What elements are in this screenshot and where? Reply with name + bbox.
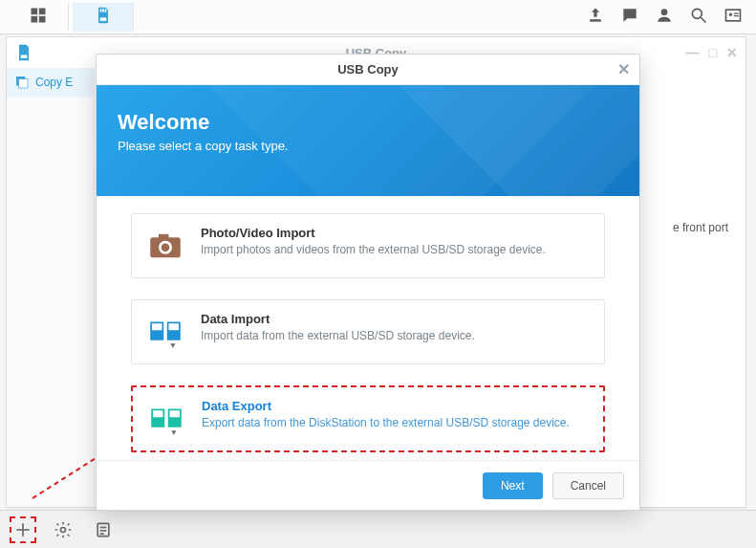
choice-photo-video-import[interactable]: Photo/Video Import Import photos and vid… (131, 213, 605, 278)
svg-rect-16 (21, 55, 28, 58)
svg-point-10 (692, 9, 702, 18)
maximize-button[interactable]: □ (709, 45, 717, 60)
sidebar-item-label: Copy E (35, 76, 73, 89)
upload-icon[interactable] (586, 6, 605, 29)
search-icon[interactable] (689, 6, 708, 29)
minimize-button[interactable]: — (686, 45, 700, 60)
apps-icon (29, 6, 48, 29)
choice-title: Photo/Video Import (201, 226, 591, 240)
hero-heading: Welcome (118, 110, 618, 135)
sidebar-item-copy[interactable]: Copy E (7, 68, 94, 97)
task-type-dialog: USB Copy ✕ Welcome Please select a copy … (96, 54, 640, 511)
svg-rect-8 (590, 19, 601, 21)
svg-rect-3 (38, 15, 45, 22)
cancel-button[interactable]: Cancel (552, 472, 624, 499)
app-icon (14, 43, 33, 65)
dialog-close-button[interactable]: ✕ (617, 60, 630, 78)
add-task-button[interactable] (10, 516, 36, 543)
choice-data-import[interactable]: Data Import Import data from the externa… (131, 299, 605, 364)
svg-rect-14 (734, 12, 739, 13)
usbcopy-task-button[interactable] (73, 3, 134, 32)
dialog-hero: Welcome Please select a copy task type. (97, 85, 639, 196)
svg-rect-12 (726, 10, 741, 21)
svg-rect-1 (38, 8, 45, 14)
id-card-icon[interactable] (724, 6, 743, 29)
sidebar: Copy E (7, 68, 95, 507)
sd-card-icon (94, 6, 113, 29)
next-button[interactable]: Next (483, 472, 543, 499)
drives-import-icon (145, 312, 185, 352)
apps-button[interactable] (8, 3, 69, 32)
content-text-fragment: e front port (673, 221, 728, 234)
svg-rect-0 (31, 8, 37, 14)
svg-rect-28 (159, 234, 169, 239)
choice-desc: Import photos and videos from the extern… (201, 242, 591, 258)
settings-button[interactable] (50, 516, 76, 543)
svg-rect-6 (104, 9, 106, 11)
svg-point-21 (61, 527, 66, 532)
svg-line-11 (702, 17, 706, 22)
choice-desc: Export data from the DiskStation to the … (202, 415, 590, 431)
svg-rect-18 (19, 79, 28, 88)
drives-export-icon (146, 399, 186, 439)
window-controls: — □ ✕ (686, 45, 738, 60)
svg-point-9 (661, 9, 668, 15)
camera-icon (145, 226, 185, 266)
list-button[interactable] (90, 516, 117, 543)
svg-rect-33 (152, 323, 162, 330)
dialog-titlebar: USB Copy ✕ (97, 55, 639, 85)
system-toolbar (0, 0, 756, 34)
choice-data-export[interactable]: Data Export Export data from the DiskSta… (131, 385, 605, 452)
dialog-footer: Next Cancel (97, 460, 639, 510)
dialog-title-text: USB Copy (337, 62, 399, 77)
hero-subtext: Please select a copy task type. (118, 139, 618, 153)
choice-desc: Import data from the external USB/SD sto… (201, 328, 591, 344)
bottom-toolbar (0, 510, 756, 548)
svg-point-30 (162, 243, 170, 252)
svg-rect-15 (734, 15, 739, 16)
close-button[interactable]: ✕ (726, 45, 738, 60)
svg-rect-37 (153, 410, 163, 417)
svg-rect-5 (102, 9, 104, 11)
svg-rect-4 (99, 9, 101, 11)
svg-point-13 (729, 12, 732, 15)
choice-title: Data Import (201, 312, 591, 326)
svg-rect-38 (170, 410, 181, 417)
choice-title: Data Export (202, 399, 590, 413)
svg-rect-7 (99, 17, 106, 20)
task-type-list: Photo/Video Import Import photos and vid… (97, 196, 639, 460)
chat-icon[interactable] (620, 6, 639, 29)
user-icon[interactable] (655, 6, 674, 29)
svg-rect-2 (31, 15, 37, 22)
svg-rect-34 (169, 323, 180, 330)
